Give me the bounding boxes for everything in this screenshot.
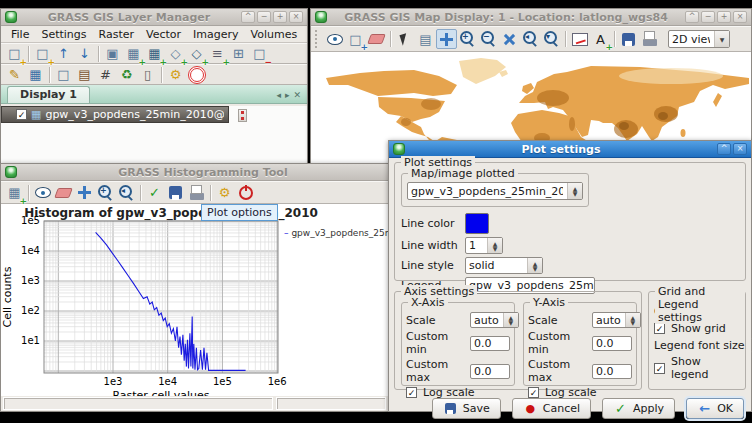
close-button[interactable]: × xyxy=(289,11,303,23)
new-layer-icon[interactable]: □ xyxy=(53,65,74,85)
analyze-icon[interactable] xyxy=(569,29,590,49)
x-min-input[interactable]: 0.0 xyxy=(470,336,510,351)
layer-checkbox[interactable]: ✓ xyxy=(16,109,27,120)
zoom-back-icon[interactable]: ◂ xyxy=(520,29,541,49)
maximize-button[interactable]: + xyxy=(717,11,731,23)
zoom-out-icon[interactable]: − xyxy=(478,29,499,49)
map-image-select[interactable]: gpw_v3_popdens_25min_2010@PERMAN ▲▼ xyxy=(407,182,583,200)
new-map-display-icon[interactable]: □+ xyxy=(4,44,25,64)
menu-raster[interactable]: Raster xyxy=(93,27,140,42)
menu-volumes[interactable]: Volumes xyxy=(245,27,304,42)
add-legend-icon[interactable]: A+ xyxy=(590,29,611,49)
print-icon[interactable] xyxy=(186,183,207,203)
select-raster-icon[interactable]: ▦+ xyxy=(4,183,25,203)
modeler-icon[interactable]: ♻ xyxy=(116,65,137,85)
zoom-in-icon[interactable]: + xyxy=(95,183,116,203)
statistics-icon[interactable]: ✓ xyxy=(144,183,165,203)
redraw-icon[interactable] xyxy=(32,183,53,203)
y-scale-select[interactable]: auto ▲▼ xyxy=(592,312,641,328)
tab-display-1[interactable]: Display 1 xyxy=(7,86,90,103)
save-display-icon[interactable] xyxy=(618,29,639,49)
x-log-checkbox[interactable]: ✓ xyxy=(406,387,417,398)
ok-button[interactable]: ←OK xyxy=(686,398,744,419)
pan-icon[interactable] xyxy=(74,183,95,203)
delete-layer-icon[interactable]: □− xyxy=(249,44,270,64)
svg-text:1e4: 1e4 xyxy=(158,376,177,387)
add-raster-overlays-icon[interactable]: ▦+ xyxy=(144,44,165,64)
digitizer-icon[interactable]: ✎ xyxy=(4,65,25,85)
shade-button[interactable]: ^ xyxy=(685,11,699,23)
line-width-spinner[interactable]: 1 ▲▼ xyxy=(465,237,503,254)
zoom-extent-icon[interactable] xyxy=(499,29,520,49)
layer-manager-titlebar[interactable]: GRASS GIS Layer Manager ^−+× xyxy=(1,9,307,26)
create-workspace-icon[interactable]: □+ xyxy=(32,44,53,64)
layer-row-button[interactable] xyxy=(238,109,247,122)
tab-close-button[interactable]: ✕ xyxy=(293,90,301,100)
map-calculator-icon[interactable]: ▤ xyxy=(74,65,95,85)
quit-icon[interactable] xyxy=(235,183,256,203)
chevron-down-icon[interactable]: ▼ xyxy=(714,31,729,47)
query-icon[interactable]: ▤ xyxy=(415,29,436,49)
display-map-icon[interactable] xyxy=(324,29,345,49)
line-color-swatch[interactable] xyxy=(465,213,489,234)
save-workspace-icon[interactable]: ↓ xyxy=(74,44,95,64)
maximize-button[interactable]: + xyxy=(273,11,287,23)
add-group-icon[interactable]: ⊞ xyxy=(228,44,249,64)
close-button[interactable]: × xyxy=(733,11,747,23)
shade-button[interactable]: ^ xyxy=(241,11,255,23)
shade-button[interactable]: ^ xyxy=(717,143,731,155)
zoom-menu-icon[interactable]: ▾ xyxy=(541,29,562,49)
japan xyxy=(713,93,722,107)
add-vector-layer-icon[interactable]: ◇+ xyxy=(165,44,186,64)
show-grid-checkbox[interactable]: ✓ xyxy=(654,323,665,334)
render-overlay-icon[interactable]: □+ xyxy=(345,29,366,49)
load-workspace-icon[interactable]: ↑ xyxy=(53,44,74,64)
layer-row[interactable]: ✓ ▦ gpw_v3_popdens_25min_2010@PERMANENT xyxy=(1,106,229,123)
plot-options-icon[interactable]: ⚙ xyxy=(214,183,235,203)
save-button[interactable]: Save xyxy=(432,398,501,419)
minimize-button[interactable]: − xyxy=(701,11,715,23)
add-multiple-layers-icon[interactable]: ▣ xyxy=(102,44,123,64)
erase-display-icon[interactable] xyxy=(366,29,387,49)
menu-imagery[interactable]: Imagery xyxy=(187,27,244,42)
zoom-back-icon[interactable]: ◂ xyxy=(116,183,137,203)
menu-settings[interactable]: Settings xyxy=(35,27,92,42)
menu-vector[interactable]: Vector xyxy=(140,27,187,42)
erase-icon[interactable] xyxy=(53,183,74,203)
apply-button[interactable]: ✓Apply xyxy=(602,398,675,419)
attribute-table-icon[interactable]: ▦ xyxy=(25,65,46,85)
tab-next-button[interactable]: ▸ xyxy=(285,90,290,100)
zoom-in-icon[interactable]: + xyxy=(457,29,478,49)
add-command-layer-icon[interactable]: ≡+ xyxy=(207,44,228,64)
chevron-updown-icon[interactable]: ▲▼ xyxy=(527,258,542,273)
chevron-updown-icon[interactable]: ▲▼ xyxy=(625,313,640,327)
settings-icon[interactable]: ⚙ xyxy=(165,65,186,85)
y-max-input[interactable]: 0.0 xyxy=(592,364,632,379)
add-vector-overlays-icon[interactable]: ◇+ xyxy=(186,44,207,64)
pan-icon[interactable] xyxy=(436,29,457,49)
add-raster-layer-icon[interactable]: ▦+ xyxy=(123,44,144,64)
cancel-button[interactable]: ●Cancel xyxy=(512,398,591,419)
help-icon[interactable] xyxy=(186,65,207,85)
close-button[interactable]: × xyxy=(733,143,747,155)
x-scale-select[interactable]: auto ▲▼ xyxy=(470,312,519,328)
tab-prev-button[interactable]: ◂ xyxy=(276,90,281,100)
show-legend-checkbox[interactable]: ✓ xyxy=(654,363,665,374)
georectifier-icon[interactable]: # xyxy=(95,65,116,85)
menu-file[interactable]: File xyxy=(5,27,35,42)
chevron-updown-icon[interactable]: ▲▼ xyxy=(487,238,502,253)
histogram-titlebar[interactable]: GRASS Histogramming Tool xyxy=(1,164,389,181)
map-display-titlebar[interactable]: GRASS GIS Map Display: 1 - Location: lat… xyxy=(311,9,751,26)
script-icon[interactable]: ▯ xyxy=(137,65,158,85)
chevron-updown-icon[interactable]: ▲▼ xyxy=(503,313,518,327)
save-icon[interactable] xyxy=(165,183,186,203)
y-log-checkbox[interactable]: ✓ xyxy=(528,387,539,398)
chevron-updown-icon[interactable]: ▲▼ xyxy=(567,183,582,199)
x-max-input[interactable]: 0.0 xyxy=(470,364,510,379)
pointer-icon[interactable] xyxy=(394,29,415,49)
print-display-icon[interactable] xyxy=(639,29,660,49)
line-style-select[interactable]: solid ▲▼ xyxy=(465,257,543,274)
y-min-input[interactable]: 0.0 xyxy=(592,336,632,351)
view-mode-select[interactable]: 2D view▼ xyxy=(668,30,730,48)
minimize-button[interactable]: − xyxy=(257,11,271,23)
